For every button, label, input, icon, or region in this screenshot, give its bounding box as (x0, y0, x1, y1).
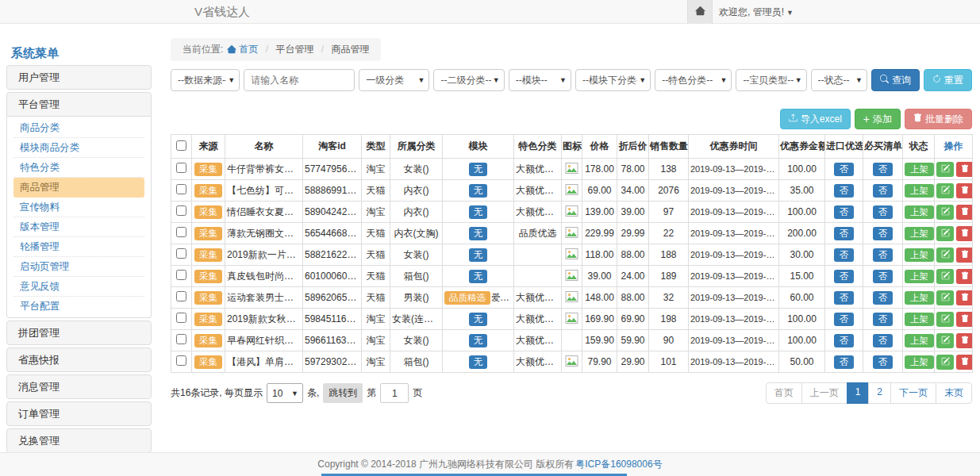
edit-button[interactable] (936, 355, 954, 370)
row-checkbox[interactable] (176, 270, 186, 280)
delete-button[interactable] (956, 183, 973, 198)
edit-button[interactable] (936, 205, 954, 220)
status-toggle[interactable]: 上架 (905, 205, 934, 219)
must-buy-toggle[interactable]: 否 (873, 248, 894, 262)
user-menu[interactable]: 欢迎您, 管理员!▼ (719, 0, 794, 25)
edit-button[interactable] (936, 312, 954, 327)
delete-button[interactable] (956, 162, 973, 177)
must-buy-toggle[interactable]: 否 (873, 291, 894, 305)
row-checkbox[interactable] (176, 313, 186, 323)
icp-link[interactable]: 粤ICP备16098006号 (575, 458, 662, 471)
add-button[interactable]: + 添加 (855, 109, 901, 129)
row-checkbox[interactable] (176, 227, 186, 237)
batch-delete-button[interactable]: 批量删除 (905, 109, 972, 129)
edit-button[interactable] (936, 162, 954, 177)
status-toggle[interactable]: 上架 (905, 184, 934, 198)
must-buy-toggle[interactable]: 否 (873, 355, 894, 369)
sidebar-subitem[interactable]: 宣传物料 (13, 198, 144, 217)
sidebar-item-express[interactable]: 省惠快报 (6, 347, 152, 372)
import-select-toggle[interactable]: 否 (834, 163, 855, 176)
sidebar-subitem[interactable]: 启动页管理 (13, 257, 144, 277)
import-select-toggle[interactable]: 否 (834, 355, 855, 369)
page-button-1[interactable]: 1 (847, 382, 870, 404)
must-buy-toggle[interactable]: 否 (873, 334, 894, 347)
reset-button[interactable]: 重置 (924, 69, 972, 91)
delete-button[interactable] (956, 312, 973, 327)
status-toggle[interactable]: 上架 (905, 355, 934, 369)
sidebar-item-order[interactable]: 订单管理 (6, 401, 152, 426)
must-buy-toggle[interactable]: 否 (873, 270, 894, 283)
level1-category-select[interactable]: 一级分类 (359, 70, 429, 90)
import-select-toggle[interactable]: 否 (834, 227, 855, 240)
import-select-toggle[interactable]: 否 (834, 248, 855, 262)
delete-button[interactable] (956, 355, 973, 370)
edit-button[interactable] (936, 183, 954, 198)
breadcrumb-home-link[interactable]: 首页 (223, 44, 258, 55)
import-excel-button[interactable]: 导入excel (780, 109, 851, 129)
delete-button[interactable] (956, 333, 973, 348)
import-select-toggle[interactable]: 否 (834, 205, 855, 219)
jump-page-input[interactable] (380, 383, 409, 403)
import-select-toggle[interactable]: 否 (834, 291, 855, 305)
level2-category-select[interactable]: --二级分类-- (434, 70, 503, 90)
page-button-下一页[interactable]: 下一页 (890, 382, 936, 404)
name-input[interactable] (244, 69, 355, 91)
search-button[interactable]: 查询 (871, 69, 920, 91)
delete-button[interactable] (956, 290, 973, 305)
sidebar-subitem[interactable]: 意见反馈 (13, 277, 144, 297)
sidebar-subitem[interactable]: 模块商品分类 (13, 138, 144, 158)
per-page-select[interactable]: 10 (267, 384, 302, 402)
status-toggle[interactable]: 上架 (905, 313, 934, 326)
delete-button[interactable] (956, 205, 973, 220)
row-checkbox[interactable] (176, 184, 186, 194)
edit-button[interactable] (936, 248, 954, 263)
row-checkbox[interactable] (176, 291, 186, 301)
status-toggle[interactable]: 上架 (905, 248, 934, 262)
sidebar-subitem[interactable]: 轮播管理 (13, 237, 144, 257)
delete-button[interactable] (956, 226, 973, 241)
page-button-2[interactable]: 2 (868, 382, 891, 404)
home-button[interactable] (687, 0, 713, 24)
sidebar-item-group-buy[interactable]: 拼团管理 (6, 321, 152, 345)
row-checkbox[interactable] (176, 205, 186, 216)
status-select[interactable]: --状态-- (812, 70, 867, 90)
sidebar-item-message[interactable]: 消息管理 (6, 374, 152, 399)
status-toggle[interactable]: 上架 (905, 291, 934, 305)
import-select-toggle[interactable]: 否 (834, 270, 855, 283)
status-toggle[interactable]: 上架 (905, 163, 934, 176)
delete-button[interactable] (956, 269, 973, 284)
item-type-select[interactable]: --宝贝类型-- (736, 70, 805, 90)
edit-button[interactable] (936, 226, 954, 241)
must-buy-toggle[interactable]: 否 (873, 163, 894, 176)
import-select-toggle[interactable]: 否 (834, 313, 855, 326)
page-button-首页[interactable]: 首页 (766, 382, 802, 404)
edit-button[interactable] (936, 290, 954, 305)
sidebar-subitem[interactable]: 平台配置 (13, 297, 144, 316)
edit-button[interactable] (936, 269, 954, 284)
sidebar-item-exchange[interactable]: 兑换管理 (6, 428, 152, 453)
status-toggle[interactable]: 上架 (905, 270, 934, 283)
data-source-select[interactable]: --数据来源-- (171, 70, 239, 90)
module-sub-category-select[interactable]: --模块下分类-- (576, 70, 650, 90)
sidebar-item-platform[interactable]: 平台管理 (6, 92, 152, 117)
import-select-toggle[interactable]: 否 (834, 334, 855, 347)
must-buy-toggle[interactable]: 否 (873, 227, 894, 240)
edit-button[interactable] (936, 333, 954, 348)
sidebar-subitem[interactable]: 版本管理 (13, 217, 144, 237)
status-toggle[interactable]: 上架 (905, 227, 934, 240)
module-select[interactable]: --模块-- (509, 70, 571, 90)
delete-button[interactable] (956, 248, 973, 263)
sidebar-subitem[interactable]: 特色分类 (13, 158, 144, 178)
row-checkbox[interactable] (176, 334, 186, 344)
page-button-上一页[interactable]: 上一页 (801, 382, 847, 404)
row-checkbox[interactable] (176, 355, 186, 366)
import-select-toggle[interactable]: 否 (834, 184, 855, 198)
must-buy-toggle[interactable]: 否 (873, 313, 894, 326)
sidebar-subitem[interactable]: 商品分类 (13, 118, 144, 138)
jump-button[interactable]: 跳转到 (323, 383, 363, 403)
select-all-checkbox[interactable] (176, 140, 186, 151)
sidebar-subitem[interactable]: 商品管理 (13, 178, 144, 198)
must-buy-toggle[interactable]: 否 (873, 184, 894, 198)
row-checkbox[interactable] (176, 163, 186, 173)
sidebar-item-user[interactable]: 用户管理 (6, 65, 152, 90)
